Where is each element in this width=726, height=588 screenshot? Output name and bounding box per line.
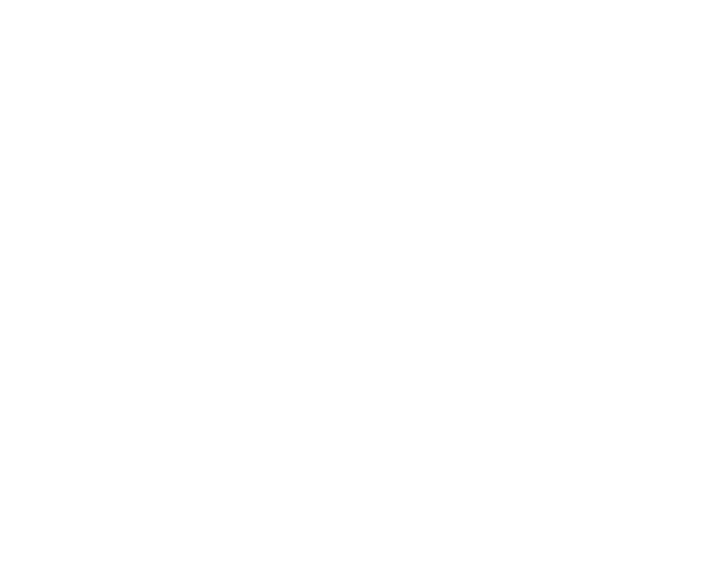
connection-lines	[0, 0, 726, 588]
diagram	[0, 0, 726, 588]
